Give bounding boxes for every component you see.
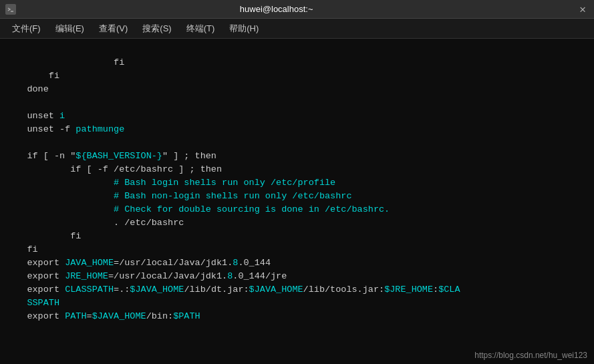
- menu-file[interactable]: 文件(F): [5, 20, 47, 37]
- menu-bar: 文件(F) 编辑(E) 查看(V) 搜索(S) 终端(T) 帮助(H): [0, 19, 594, 39]
- terminal-body[interactable]: fi fi done unset i unset -f pathmunge if…: [0, 39, 594, 364]
- close-button[interactable]: ✕: [577, 3, 589, 16]
- text-fi-indent: [27, 57, 70, 67]
- menu-view[interactable]: 查看(V): [92, 20, 134, 37]
- line-if-bash: if [ -n "${BASH_VERSION-}" ] ; then: [5, 136, 589, 150]
- url-attribution: https://blog.csdn.net/hu_wei123: [474, 351, 587, 360]
- line-export-path: export PATH=$JAVA_HOME/bin:$PATH: [5, 297, 589, 310]
- line-empty-1: [5, 83, 589, 96]
- menu-search[interactable]: 搜索(S): [136, 20, 178, 37]
- line-unset-f: unset -f pathmunge: [5, 110, 589, 123]
- menu-help[interactable]: 帮助(H): [222, 20, 265, 37]
- menu-edit[interactable]: 编辑(E): [49, 20, 91, 37]
- line-unset-i: unset i: [5, 96, 589, 110]
- line-export-java-home: export JAVA_HOME=/usr/local/Java/jdk1.8.…: [5, 243, 589, 256]
- line-fi-4: fi: [5, 230, 589, 243]
- title-bar: huwei@localhost:~ ✕: [0, 0, 594, 19]
- menu-terminal[interactable]: 终端(T): [180, 20, 222, 37]
- title-bar-title: huwei@localhost:~: [0, 4, 577, 14]
- line-fi-1: fi: [5, 43, 589, 56]
- line-done: done: [5, 69, 589, 83]
